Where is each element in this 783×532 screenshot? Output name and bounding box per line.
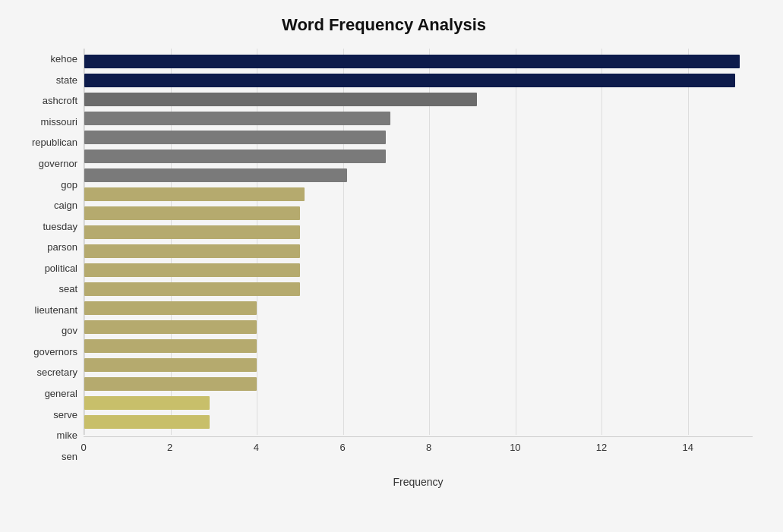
x-tick-label: 12 [596, 442, 607, 453]
y-label: kehoe [51, 49, 77, 69]
bar-row [84, 129, 753, 146]
bar [84, 263, 300, 277]
bar [84, 131, 386, 144]
bar-row [84, 262, 753, 279]
bars-area [84, 49, 753, 435]
bar-row [84, 376, 753, 392]
x-tick-label: 6 [339, 442, 345, 453]
bar-row [84, 72, 753, 89]
y-label: lieutenant [35, 300, 77, 320]
bar [84, 358, 257, 372]
x-axis: 02468101214 Frequency [84, 436, 753, 467]
x-tick-label: 0 [81, 442, 86, 453]
bar [84, 55, 740, 68]
y-label: gop [61, 175, 77, 194]
bar [84, 150, 386, 163]
x-tick-label: 10 [510, 442, 520, 453]
bar-row [84, 319, 753, 335]
bar-row [84, 110, 753, 127]
bar [84, 415, 210, 429]
bar-row [84, 243, 753, 260]
y-label: seat [58, 279, 77, 299]
bar-row [84, 224, 753, 241]
bar-row [84, 357, 753, 373]
bar-row [84, 53, 753, 70]
bar [84, 396, 210, 410]
bar-row [84, 205, 753, 222]
y-label: caign [54, 196, 77, 216]
x-tick-label: 4 [254, 442, 259, 453]
x-tick-label: 14 [683, 442, 693, 453]
y-label: serve [53, 405, 77, 424]
bar-row [84, 167, 753, 184]
chart-title: Word Frequency Analysis [15, 15, 753, 35]
bar-row [84, 148, 753, 165]
chart-area: kehoestateashcroftmissourirepublicangove… [15, 49, 753, 467]
chart-container: Word Frequency Analysis kehoestateashcro… [0, 0, 783, 532]
y-label: missouri [41, 112, 77, 131]
y-label: ashcroft [43, 91, 77, 111]
y-label: gov [62, 321, 77, 341]
bar-row [84, 186, 753, 203]
bar-row [84, 300, 753, 316]
bar [84, 74, 735, 87]
y-label: general [45, 384, 77, 404]
y-label: republican [32, 133, 77, 153]
bar [84, 282, 300, 296]
bar [84, 244, 300, 258]
x-tick-label: 8 [426, 442, 431, 453]
y-label: tuesday [43, 216, 77, 236]
bar-row [84, 414, 753, 430]
bar [84, 377, 257, 391]
bar [84, 320, 257, 334]
y-label: governors [33, 342, 77, 361]
bars-and-xaxis: 02468101214 Frequency [84, 49, 753, 467]
y-label: parson [47, 238, 77, 257]
bar [84, 168, 347, 182]
y-label: mike [57, 426, 77, 445]
bar [84, 206, 300, 220]
bar-row [84, 281, 753, 297]
bar [84, 112, 390, 125]
y-labels: kehoestateashcroftmissourirepublicangove… [15, 49, 84, 467]
x-axis-title: Frequency [393, 476, 443, 488]
y-label: secretary [37, 363, 77, 382]
y-label: sen [62, 446, 77, 466]
x-tick-label: 2 [167, 442, 172, 453]
bar [84, 93, 477, 106]
bar-row [84, 338, 753, 354]
bar-row [84, 91, 753, 108]
y-label: governor [39, 154, 77, 174]
bar-row [84, 395, 753, 411]
bars-inner [84, 49, 753, 435]
y-label: state [56, 70, 77, 90]
bar [84, 301, 257, 315]
y-label: political [45, 258, 77, 278]
bar [84, 187, 305, 201]
bar [84, 225, 300, 239]
bar [84, 339, 257, 353]
